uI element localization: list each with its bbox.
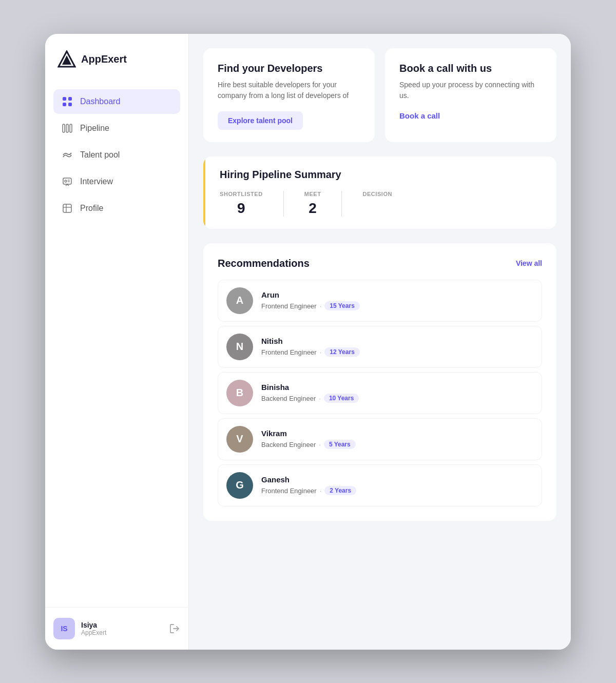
sidebar-item-talent-pool[interactable]: Talent pool <box>53 143 180 167</box>
sidebar-item-pipeline[interactable]: Pipeline <box>53 116 180 141</box>
rec-name: Binisha <box>261 383 533 392</box>
stat-value: 2 <box>304 200 321 217</box>
rec-info: Nitish Frontend Engineer · 12 Years <box>261 337 533 357</box>
svg-point-10 <box>65 180 67 182</box>
sidebar-item-label: Interview <box>80 177 113 186</box>
sidebar: AppExert Dashboard <box>45 34 189 650</box>
hero-card-desc: Hire best suitable developers for your c… <box>218 80 360 101</box>
pipeline-section: Hiring Pipeline Summary SHORTLISTED 9 ME… <box>203 157 556 229</box>
rec-info: Binisha Backend Engineer · 10 Years <box>261 383 533 403</box>
talent-icon <box>62 149 73 161</box>
app-logo-icon <box>57 50 76 69</box>
rec-role: Backend Engineer · 10 Years <box>261 394 533 403</box>
pipeline-stats: SHORTLISTED 9 MEET 2 DECISION <box>220 191 542 217</box>
svg-rect-6 <box>63 124 65 132</box>
hero-card-title: Book a call with us <box>399 63 542 74</box>
hero-cards: Find your Developers Hire best suitable … <box>203 48 556 142</box>
stat-label: DECISION <box>362 191 392 197</box>
stat-value: 9 <box>220 200 263 217</box>
rec-name: Ganesh <box>261 475 533 484</box>
rec-role: Backend Engineer · 5 Years <box>261 440 533 449</box>
svg-rect-4 <box>63 103 66 106</box>
explore-talent-pool-button[interactable]: Explore talent pool <box>218 111 303 130</box>
section-header: Recommendations View all <box>218 258 542 269</box>
sidebar-item-label: Dashboard <box>80 97 120 106</box>
grid-icon <box>62 96 73 107</box>
user-info: IS Isiya AppExert <box>53 618 106 639</box>
rec-name: Nitish <box>261 337 533 345</box>
sidebar-footer: IS Isiya AppExert <box>45 607 188 650</box>
stat-label: MEET <box>304 191 321 197</box>
sidebar-item-label: Profile <box>80 204 103 213</box>
rec-role: Frontend Engineer · 15 Years <box>261 301 533 310</box>
recommendations-section: Recommendations View all A Arun Frontend… <box>203 243 556 521</box>
sidebar-item-dashboard[interactable]: Dashboard <box>53 89 180 114</box>
sidebar-item-label: Talent pool <box>80 150 120 160</box>
user-name: Isiya <box>81 621 106 629</box>
pipeline-title: Hiring Pipeline Summary <box>220 169 542 181</box>
stat-decision: DECISION <box>341 191 413 217</box>
stat-meet: MEET 2 <box>283 191 342 217</box>
user-avatar: IS <box>53 618 75 639</box>
rec-role: Frontend Engineer · 12 Years <box>261 347 533 357</box>
years-badge: 10 Years <box>324 394 359 403</box>
user-company: AppExert <box>81 629 106 636</box>
stat-shortlisted: SHORTLISTED 9 <box>220 191 283 217</box>
book-call-button[interactable]: Book a call <box>399 111 440 120</box>
list-item[interactable]: V Vikram Backend Engineer · 5 Years <box>218 418 542 460</box>
pipeline-inner: Hiring Pipeline Summary SHORTLISTED 9 ME… <box>203 157 556 229</box>
rec-name: Vikram <box>261 429 533 438</box>
logo-area: AppExert <box>45 50 188 89</box>
app-container: AppExert Dashboard <box>45 34 571 650</box>
rec-info: Vikram Backend Engineer · 5 Years <box>261 429 533 449</box>
list-item[interactable]: N Nitish Frontend Engineer · 12 Years <box>218 326 542 368</box>
svg-rect-8 <box>70 124 72 132</box>
years-badge: 2 Years <box>324 486 356 495</box>
svg-rect-13 <box>63 204 71 212</box>
svg-rect-7 <box>66 124 68 132</box>
avatar: G <box>226 472 253 499</box>
rec-name: Arun <box>261 290 533 299</box>
nav-menu: Dashboard Pipeline <box>45 89 188 607</box>
sidebar-item-interview[interactable]: Interview <box>53 169 180 194</box>
profile-icon <box>62 203 73 214</box>
years-badge: 5 Years <box>324 440 356 449</box>
book-call-card: Book a call with us Speed up your proces… <box>385 48 556 142</box>
recommendation-list: A Arun Frontend Engineer · 15 Years N <box>218 280 542 506</box>
rec-info: Ganesh Frontend Engineer · 2 Years <box>261 475 533 495</box>
find-developers-card: Find your Developers Hire best suitable … <box>203 48 375 142</box>
rec-info: Arun Frontend Engineer · 15 Years <box>261 290 533 310</box>
avatar: N <box>226 334 253 360</box>
svg-rect-3 <box>68 97 72 101</box>
list-item[interactable]: A Arun Frontend Engineer · 15 Years <box>218 280 542 322</box>
pipeline-content: Hiring Pipeline Summary SHORTLISTED 9 ME… <box>220 169 542 217</box>
user-details: Isiya AppExert <box>81 621 106 636</box>
app-name: AppExert <box>81 53 127 65</box>
avatar: A <box>226 287 253 314</box>
logout-button[interactable] <box>169 623 180 634</box>
list-item[interactable]: B Binisha Backend Engineer · 10 Years <box>218 372 542 414</box>
hero-card-desc: Speed up your process by connecting with… <box>399 80 542 101</box>
hero-card-title: Find your Developers <box>218 63 360 74</box>
svg-rect-2 <box>63 97 66 101</box>
sidebar-item-profile[interactable]: Profile <box>53 196 180 221</box>
years-badge: 15 Years <box>324 301 360 310</box>
pipeline-icon <box>62 123 73 134</box>
list-item[interactable]: G Ganesh Frontend Engineer · 2 Years <box>218 464 542 506</box>
avatar: V <box>226 426 253 453</box>
stat-label: SHORTLISTED <box>220 191 263 197</box>
years-badge: 12 Years <box>324 347 360 357</box>
interview-icon <box>62 176 73 187</box>
main-content: Find your Developers Hire best suitable … <box>189 34 571 650</box>
view-all-link[interactable]: View all <box>516 259 542 267</box>
avatar: B <box>226 380 253 406</box>
rec-role: Frontend Engineer · 2 Years <box>261 486 533 495</box>
recommendations-title: Recommendations <box>218 258 310 269</box>
svg-rect-5 <box>68 103 72 106</box>
sidebar-item-label: Pipeline <box>80 124 109 133</box>
